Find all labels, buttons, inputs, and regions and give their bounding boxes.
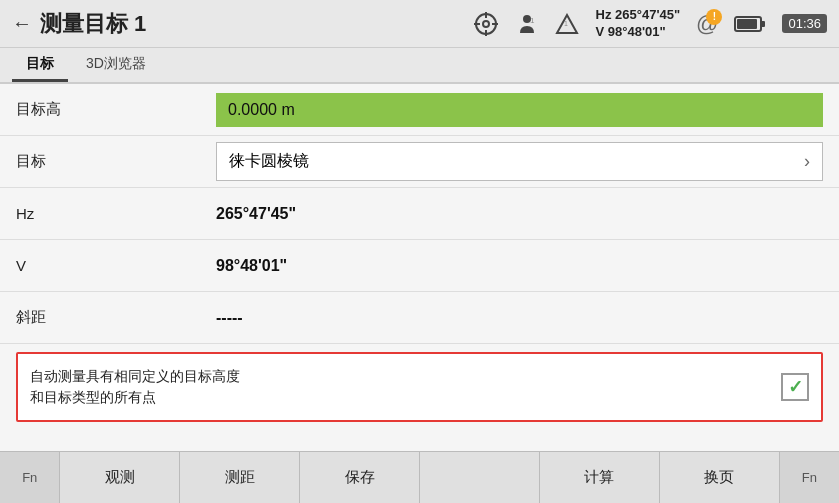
v-value: V 98°48'01" bbox=[596, 24, 681, 41]
label-v: V bbox=[16, 257, 216, 274]
header: ← 测量目标 1 1 1 Hz bbox=[0, 0, 839, 48]
toolbar-save[interactable]: 保存 bbox=[300, 452, 420, 503]
toolbar-fn-right[interactable]: Fn bbox=[780, 452, 839, 503]
auto-measure-label: 自动测量具有相同定义的目标高度 和目标类型的所有点 bbox=[30, 366, 769, 408]
svg-rect-12 bbox=[737, 19, 757, 29]
value-hz: 265°47'45" bbox=[216, 205, 823, 223]
coordinates-display: Hz 265°47'45" V 98°48'01" bbox=[596, 7, 681, 41]
warning-badge: ! bbox=[706, 9, 722, 25]
checkmark-icon: ✓ bbox=[788, 376, 803, 398]
value-v: 98°48'01" bbox=[216, 257, 823, 275]
label-target: 目标 bbox=[16, 152, 216, 171]
arrow-right-icon: › bbox=[804, 151, 810, 172]
label-target-height: 目标高 bbox=[16, 100, 216, 119]
page-title: 测量目标 1 bbox=[40, 9, 146, 39]
header-right: 1 1 Hz 265°47'45" V 98°48'01" @ ! 01:36 bbox=[472, 7, 827, 41]
toolbar-observe[interactable]: 观测 bbox=[60, 452, 180, 503]
main-content: 目标高 0.0000 m 目标 徕卡圆棱镜 › Hz 265°47'45" V … bbox=[0, 84, 839, 451]
at-icon-group: @ ! bbox=[696, 11, 718, 37]
toolbar-fn-left[interactable]: Fn bbox=[0, 452, 60, 503]
crosshair-icon bbox=[472, 10, 500, 38]
toolbar-empty bbox=[420, 452, 540, 503]
checkbox-text-line1: 自动测量具有相同定义的目标高度 bbox=[30, 368, 240, 384]
tab-target[interactable]: 目标 bbox=[12, 49, 68, 82]
person-icon: 1 bbox=[516, 13, 538, 35]
form-row-target: 目标 徕卡圆棱镜 › bbox=[0, 136, 839, 188]
toolbar-calculate[interactable]: 计算 bbox=[540, 452, 660, 503]
level-badge: 1 bbox=[516, 13, 538, 35]
form-row-slope-dist: 斜距 ----- bbox=[0, 292, 839, 344]
toolbar-measure-dist[interactable]: 测距 bbox=[180, 452, 300, 503]
back-button[interactable]: ← bbox=[12, 12, 32, 35]
form-row-v: V 98°48'01" bbox=[0, 240, 839, 292]
tab-3d-browser[interactable]: 3D浏览器 bbox=[72, 49, 160, 82]
svg-rect-11 bbox=[761, 21, 765, 27]
value-target[interactable]: 徕卡圆棱镜 › bbox=[216, 142, 823, 181]
form-row-target-height: 目标高 0.0000 m bbox=[0, 84, 839, 136]
label-hz: Hz bbox=[16, 205, 216, 222]
time-display: 01:36 bbox=[782, 14, 827, 33]
header-left: ← 测量目标 1 bbox=[12, 9, 146, 39]
target-name: 徕卡圆棱镜 bbox=[229, 151, 309, 172]
prism-badge: 1 bbox=[554, 13, 580, 35]
auto-measure-checkbox[interactable]: ✓ bbox=[781, 373, 809, 401]
svg-text:1: 1 bbox=[530, 16, 535, 25]
svg-text:1: 1 bbox=[564, 20, 568, 27]
label-slope-dist: 斜距 bbox=[16, 308, 216, 327]
auto-measure-checkbox-row: 自动测量具有相同定义的目标高度 和目标类型的所有点 ✓ bbox=[16, 352, 823, 422]
form-row-hz: Hz 265°47'45" bbox=[0, 188, 839, 240]
toolbar-next-page[interactable]: 换页 bbox=[660, 452, 780, 503]
prism-icon: 1 bbox=[554, 13, 580, 35]
value-slope-dist: ----- bbox=[216, 309, 823, 327]
tab-bar: 目标 3D浏览器 bbox=[0, 48, 839, 84]
svg-point-1 bbox=[483, 21, 489, 27]
hz-value: Hz 265°47'45" bbox=[596, 7, 681, 24]
checkbox-text-line2: 和目标类型的所有点 bbox=[30, 389, 156, 405]
battery-icon bbox=[734, 15, 766, 33]
toolbar: Fn 观测 测距 保存 计算 换页 Fn bbox=[0, 451, 839, 503]
value-target-height[interactable]: 0.0000 m bbox=[216, 93, 823, 127]
